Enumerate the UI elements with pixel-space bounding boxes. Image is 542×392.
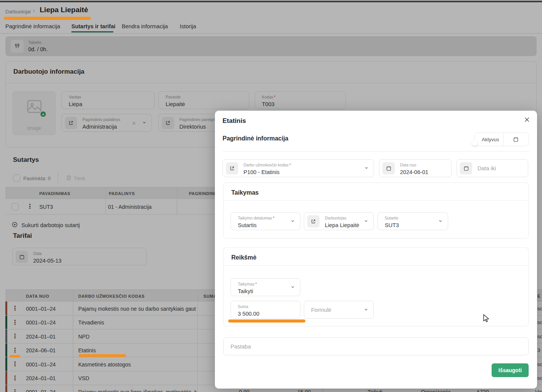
kodas-select-label: Darbo užmokesčio kodas — [244, 163, 289, 167]
required-mark: * — [289, 163, 291, 167]
taikymas-label: Taikymas — [238, 282, 255, 286]
close-icon[interactable] — [524, 116, 530, 124]
reiksme-title: Reikšmė — [231, 254, 256, 261]
external-link-icon[interactable] — [307, 215, 319, 227]
card-divider — [224, 200, 528, 201]
taikymas-value: Taikyti — [238, 288, 253, 294]
kodas-select-value: P100 - Etatinis — [244, 169, 279, 175]
calendar-icon[interactable] — [460, 162, 472, 174]
modal-title: Etatinis — [223, 117, 246, 125]
formule-placeholder: Formulė — [311, 307, 331, 313]
annotation-bar-etatinis — [79, 354, 126, 357]
darbo-uzmokescio-kodas-select[interactable]: Darbo užmokesčio kodas* P100 - Etatinis — [223, 159, 374, 177]
data-nuo-field[interactable]: Data nuo 2024-06-01 — [379, 159, 452, 177]
calendar-button[interactable] — [503, 137, 528, 142]
annotation-bar-suma — [228, 319, 305, 323]
annotation-bar-breadcrumb — [4, 17, 91, 20]
modal-section-title: Pagrindinė informacija — [223, 135, 288, 142]
card-divider — [224, 265, 528, 266]
formule-select[interactable]: Formulė — [304, 301, 374, 319]
suma-value: 3 500.00 — [238, 311, 259, 317]
detalumas-value: Sutartis — [238, 222, 256, 228]
save-button[interactable]: Išsaugoti — [492, 363, 529, 377]
taikymas-card: Taikymas Taikymo detalumas* Sutartis Dar… — [223, 182, 529, 239]
etatinis-modal: Etatinis Pagrindinė informacija Aktyvus … — [215, 111, 537, 389]
pastaba-placeholder: Pastaba — [231, 344, 251, 350]
darbuotojas-label: Darbuotojas — [325, 216, 347, 220]
chevron-down-icon — [290, 218, 295, 225]
data-iki-placeholder: Data iki — [477, 165, 496, 171]
chevron-down-icon — [438, 218, 443, 225]
data-nuo-value: 2024-06-01 — [400, 169, 428, 175]
sutartis-value: SUT3 — [385, 222, 399, 228]
taikymo-detalumas-select[interactable]: Taikymo detalumas* Sutartis — [231, 212, 300, 230]
darbuotojas-value: Liepa Liepaitė — [325, 222, 359, 228]
modal-divider — [223, 151, 529, 152]
sutartis-label: Sutartis — [385, 216, 398, 220]
sutartis-select[interactable]: Sutartis SUT3 — [377, 212, 448, 230]
chevron-down-icon — [290, 284, 295, 291]
required-mark: * — [255, 282, 257, 286]
detalumas-label: Taikymo detalumas — [238, 216, 272, 220]
pastaba-input[interactable]: Pastaba — [223, 337, 529, 355]
suma-label: Suma — [238, 304, 248, 309]
taikymas-select[interactable]: Taikymas* Taikyti — [231, 278, 300, 296]
mouse-cursor — [483, 314, 490, 324]
data-iki-field[interactable]: Data iki — [457, 159, 528, 177]
taikymas-title: Taikymas — [231, 189, 259, 196]
annotation-bar-row-kebab — [10, 355, 20, 358]
active-toggle-group: Aktyvus — [474, 132, 529, 146]
chevron-down-icon — [364, 218, 368, 225]
data-nuo-label: Data nuo — [400, 163, 416, 167]
darbuotojas-select[interactable]: Darbuotojas Liepa Liepaitė — [304, 212, 374, 230]
chevron-down-icon — [364, 165, 369, 172]
required-mark: * — [273, 216, 274, 220]
external-link-icon[interactable] — [226, 162, 238, 174]
suma-input[interactable]: Suma 3 500.00 — [231, 301, 300, 319]
calendar-icon[interactable] — [382, 162, 395, 174]
app-screen: Darbuotojai › Liepa Liepaitė Pagrindinė … — [0, 0, 542, 392]
chevron-down-icon — [364, 307, 368, 313]
